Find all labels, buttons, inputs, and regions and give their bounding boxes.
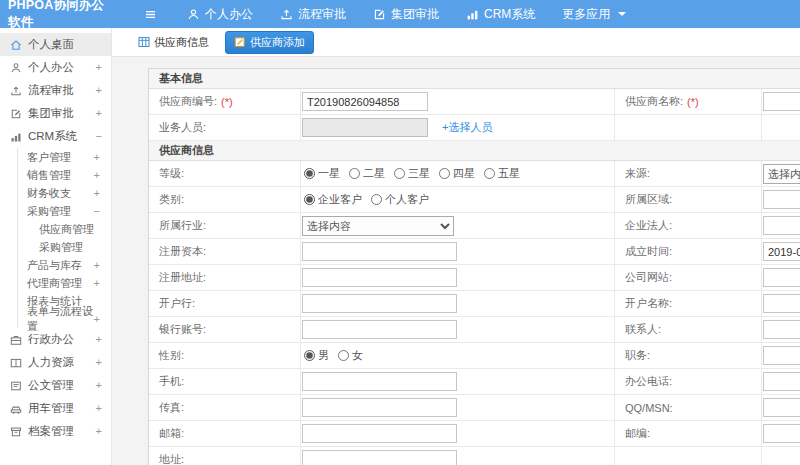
sidebar-item[interactable]: 行政办公+ — [0, 328, 111, 351]
text-input[interactable] — [763, 320, 800, 339]
expand-toggle[interactable]: + — [96, 85, 102, 96]
text-input[interactable] — [763, 190, 800, 209]
text-input[interactable] — [763, 92, 800, 111]
radio-option[interactable]: 企业客户 — [304, 192, 362, 207]
text-input[interactable] — [763, 424, 800, 443]
expand-toggle[interactable]: + — [94, 188, 100, 199]
form-field-cell — [762, 369, 800, 395]
text-input[interactable] — [302, 92, 428, 111]
sidebar-subitem[interactable]: 代理商管理+ — [18, 274, 111, 292]
sidebar-item[interactable]: 流程审批+ — [0, 79, 111, 102]
radio-option[interactable]: 五星 — [484, 166, 520, 181]
expand-toggle[interactable]: + — [96, 357, 102, 368]
sidebar-item-label: 档案管理 — [28, 424, 74, 439]
tab-supplier-add[interactable]: 供应商添加 — [225, 31, 314, 54]
sidebar-item[interactable]: CRM系统− — [0, 125, 111, 148]
sidebar-item[interactable]: 公文管理+ — [0, 374, 111, 397]
text-input[interactable] — [302, 372, 457, 391]
expand-toggle[interactable]: + — [96, 334, 102, 345]
form-field-cell — [301, 447, 615, 465]
text-input[interactable] — [302, 450, 457, 465]
radio-label: 一星 — [318, 166, 340, 181]
expand-toggle[interactable]: + — [96, 426, 102, 437]
tab-supplier-info[interactable]: 供应商信息 — [132, 32, 215, 53]
sidebar-subitem[interactable]: 客户管理+ — [18, 148, 111, 166]
text-input[interactable] — [302, 320, 457, 339]
sidebar-item[interactable]: 个人办公+ — [0, 56, 111, 79]
sidebar-item-label: 流程审批 — [28, 83, 74, 98]
radio-option[interactable]: 男 — [304, 348, 329, 363]
radio-input[interactable] — [349, 168, 360, 179]
radio-option[interactable]: 女 — [338, 348, 363, 363]
text-input-disabled[interactable] — [302, 118, 428, 137]
radio-option[interactable]: 二星 — [349, 166, 385, 181]
form-field-cell — [762, 343, 800, 369]
expand-toggle[interactable]: + — [94, 260, 100, 271]
expand-toggle[interactable]: + — [94, 314, 100, 325]
form-label-cell: 供应商名称:(*) — [615, 89, 762, 115]
form-field-cell — [301, 265, 615, 291]
text-input[interactable] — [302, 294, 457, 313]
radio-option[interactable]: 一星 — [304, 166, 340, 181]
expand-toggle[interactable]: + — [94, 170, 100, 181]
form-label: 银行账号: — [159, 322, 206, 337]
radio-input[interactable] — [338, 350, 349, 361]
sidebar-subitem[interactable]: 销售管理+ — [18, 166, 111, 184]
form-field-cell — [762, 239, 800, 265]
text-input[interactable] — [763, 242, 800, 261]
text-input[interactable] — [302, 268, 457, 287]
sidebar-subsubitem[interactable]: 供应商管理 — [18, 220, 111, 238]
expand-toggle[interactable]: + — [94, 278, 100, 289]
expand-toggle[interactable]: − — [96, 131, 102, 142]
sidebar-item[interactable]: 个人桌面 — [0, 33, 111, 56]
select-input[interactable]: 选择内容 — [763, 164, 800, 184]
sidebar-subitem[interactable]: 产品与库存+ — [18, 256, 111, 274]
text-input[interactable] — [302, 242, 457, 261]
form-label: 联系人: — [625, 322, 661, 337]
sidebar-subitem-label: 客户管理 — [27, 150, 71, 165]
sidebar-subitem[interactable]: 表单与流程设置+ — [18, 310, 111, 328]
sidebar-subitem[interactable]: 采购管理− — [18, 202, 111, 220]
sidebar-item[interactable]: 档案管理+ — [0, 420, 111, 443]
sidebar-subitem[interactable]: 财务收支+ — [18, 184, 111, 202]
form-label-cell: 银行账号: — [149, 317, 301, 343]
topbar-item[interactable]: 集团审批 — [373, 6, 439, 23]
sidebar-item[interactable]: 用车管理+ — [0, 397, 111, 420]
topbar-item[interactable]: CRM系统 — [466, 6, 535, 23]
expand-toggle[interactable]: − — [94, 206, 100, 217]
radio-option[interactable]: 三星 — [394, 166, 430, 181]
radio-input[interactable] — [371, 194, 382, 205]
expand-toggle[interactable]: + — [96, 108, 102, 119]
text-input[interactable] — [763, 346, 800, 365]
topbar-item[interactable]: 个人办公 — [187, 6, 253, 23]
radio-option[interactable]: 个人客户 — [371, 192, 429, 207]
text-input[interactable] — [763, 398, 800, 417]
topbar-item[interactable]: 更多应用 — [562, 6, 626, 23]
sidebar-item[interactable]: 集团审批+ — [0, 102, 111, 125]
text-input[interactable] — [302, 398, 457, 417]
form-label-cell: 性别: — [149, 343, 301, 369]
form-field-cell — [762, 115, 800, 141]
sidebar-item[interactable]: 人力资源+ — [0, 351, 111, 374]
radio-input[interactable] — [394, 168, 405, 179]
choose-person-link[interactable]: +选择人员 — [442, 120, 492, 135]
hamburger-icon[interactable] — [144, 8, 157, 21]
select-input[interactable]: 选择内容 — [302, 216, 454, 236]
expand-toggle[interactable]: + — [96, 62, 102, 73]
text-input[interactable] — [302, 424, 457, 443]
text-input[interactable] — [763, 216, 800, 235]
text-input[interactable] — [763, 372, 800, 391]
sidebar-subsubitem[interactable]: 采购管理 — [18, 238, 111, 256]
radio-option[interactable]: 四星 — [439, 166, 475, 181]
radio-input[interactable] — [484, 168, 495, 179]
expand-toggle[interactable]: + — [96, 403, 102, 414]
radio-input[interactable] — [304, 168, 315, 179]
expand-toggle[interactable]: + — [96, 380, 102, 391]
text-input[interactable] — [763, 294, 800, 313]
radio-input[interactable] — [439, 168, 450, 179]
text-input[interactable] — [763, 268, 800, 287]
radio-input[interactable] — [304, 350, 315, 361]
topbar-item[interactable]: 流程审批 — [280, 6, 346, 23]
expand-toggle[interactable]: + — [94, 152, 100, 163]
radio-input[interactable] — [304, 194, 315, 205]
